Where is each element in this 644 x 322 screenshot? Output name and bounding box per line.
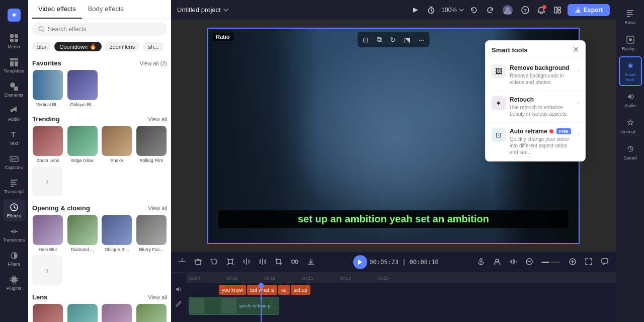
effect-edge-glow[interactable]: Edge Glow <box>67 126 99 163</box>
project-name[interactable]: Untitled project <box>177 6 229 14</box>
filter-tag-sh[interactable]: sh... <box>143 42 164 51</box>
sidebar-item-filters[interactable]: Filters <box>3 248 25 270</box>
canvas-stretch-btn[interactable]: ⬔ <box>401 34 414 45</box>
layout-btn[interactable] <box>551 4 564 16</box>
timeline-crop-btn[interactable] <box>272 256 286 269</box>
undo-btn[interactable] <box>468 4 480 16</box>
effect-shake[interactable]: Shake <box>101 126 133 163</box>
subtitle-chip-3[interactable]: se <box>278 285 290 295</box>
timeline-merge-btn[interactable] <box>288 256 302 269</box>
effects-scroll[interactable]: Favorites View all (2) Vertical Bl... Ob… <box>28 55 171 322</box>
effect-edge-glow2[interactable]: Edge Glow <box>136 304 168 322</box>
sidebar-item-captions[interactable]: Captions <box>3 151 25 173</box>
effect-vert-blur[interactable]: Vertical Bl... <box>32 70 64 107</box>
avatar-btn[interactable] <box>500 3 515 18</box>
more-opening-btn[interactable]: › <box>32 255 62 285</box>
timeline-flip-btn[interactable] <box>256 256 270 269</box>
view-all-opening[interactable]: View all <box>148 205 167 211</box>
timeline-zoom-slider-btn[interactable] <box>538 260 564 265</box>
effect-rolling-film[interactable]: Rolling Film <box>136 126 168 163</box>
rt-item-animate[interactable]: Animat... <box>619 113 642 138</box>
timeline-vol-btn[interactable] <box>174 285 183 295</box>
svg-rect-38 <box>480 259 482 262</box>
effect-smart-sha[interactable]: Smart Sha... <box>101 304 133 322</box>
effect-blurry-foc[interactable]: Blurry Foc... <box>136 215 168 252</box>
timeline-mic-btn[interactable] <box>474 256 488 269</box>
timeline-resize-btn[interactable] <box>223 256 237 269</box>
play-btn[interactable] <box>409 4 421 16</box>
notifications-btn[interactable] <box>535 4 547 16</box>
timeline-cut-btn[interactable] <box>175 256 189 269</box>
rt-item-audio[interactable]: Audio <box>619 87 642 112</box>
timeline-comment-btn[interactable] <box>598 256 612 269</box>
sidebar-item-transcript[interactable]: Transcript <box>3 175 25 197</box>
retouch-arrow-icon: › <box>577 99 579 106</box>
filter-tag-zoom[interactable]: zoom lens <box>105 42 140 51</box>
timeline-download-btn[interactable] <box>304 256 318 269</box>
effect-oblique-bl2[interactable]: Oblique Bl... <box>101 215 133 252</box>
rt-item-smart-tools[interactable]: Smart tools <box>619 56 642 86</box>
sidebar-item-media[interactable]: Media <box>3 30 25 52</box>
sidebar-item-filters-label: Filters <box>8 262 20 267</box>
effect-oblique-bl[interactable]: Oblique Bl... <box>67 70 99 107</box>
timeline-soundwave-btn[interactable] <box>506 256 520 269</box>
rt-item-basic[interactable]: Basic <box>619 4 642 29</box>
rt-item-speed[interactable]: Speed <box>619 139 642 165</box>
view-all-lens[interactable]: View all <box>148 294 167 300</box>
sidebar-item-audio[interactable]: Audio <box>3 103 25 125</box>
search-input[interactable] <box>48 26 161 33</box>
smart-tool-remove-bg[interactable]: 🖼 Remove background Remove backgrounds i… <box>486 59 585 91</box>
effect-sharpen-e[interactable]: Sharpen E... <box>67 304 99 322</box>
export-button[interactable]: Export <box>568 4 610 16</box>
timeline-plus-btn[interactable] <box>566 256 580 269</box>
canvas-crop-btn[interactable]: ⊡ <box>360 34 372 45</box>
sidebar-item-transitions[interactable]: Transitions <box>3 223 25 246</box>
canvas-more-btn[interactable]: ··· <box>416 34 428 45</box>
timeline-minus-btn[interactable] <box>522 256 536 269</box>
redo-btn[interactable] <box>484 4 496 16</box>
timeline-edit-btn[interactable] <box>174 299 183 310</box>
effect-halo-blur[interactable]: Halo Blur <box>32 215 64 252</box>
tab-video-effects[interactable]: Video effects <box>32 0 82 19</box>
sidebar-item-effects[interactable]: Effects <box>3 199 25 221</box>
video-track[interactable]: pixels-todoae-productions-7414127-1080p.… <box>189 297 279 315</box>
view-all-trending[interactable]: View all <box>148 116 167 122</box>
svg-text:T: T <box>11 130 16 139</box>
more-trending-btn[interactable]: › <box>32 166 62 196</box>
timeline-fullscreen-btn[interactable] <box>582 256 596 269</box>
timer-btn[interactable] <box>425 4 437 16</box>
rt-item-background[interactable]: Backg... <box>619 30 642 55</box>
subtitle-chip-1[interactable]: you know <box>219 285 246 295</box>
zoom-control[interactable]: 100% <box>441 7 464 14</box>
timeline-voiceover-btn[interactable] <box>490 256 504 269</box>
smart-tool-retouch[interactable]: ✦ Retouch Use retouch to enhance beauty … <box>486 91 585 123</box>
smart-tool-auto-reframe[interactable]: ⊡ Auto reframe Free Quickly change your … <box>486 123 585 161</box>
filter-tag-blur[interactable]: blur <box>32 42 51 51</box>
svg-rect-45 <box>627 14 633 15</box>
effect-thumb-shake <box>102 126 132 156</box>
sidebar-item-elements[interactable]: Elements <box>3 78 25 101</box>
help-btn[interactable]: ? <box>519 4 531 16</box>
svg-rect-16 <box>11 159 15 160</box>
tab-body-effects[interactable]: Body effects <box>82 0 130 19</box>
subtitle-chip-4[interactable]: set up <box>291 285 310 295</box>
timeline-play-btn[interactable] <box>353 255 367 269</box>
timeline-ruler: 00:00 00:05 00:10 00:15 00:20 00:25 <box>186 273 616 283</box>
timeline-split-btn[interactable] <box>239 256 254 269</box>
timeline-loop-btn[interactable] <box>207 256 221 269</box>
effect-thumb-edge-glow2 <box>136 304 167 322</box>
sidebar-item-templates[interactable]: Templates <box>3 54 25 76</box>
sidebar-item-text[interactable]: T Text <box>3 127 25 149</box>
canvas-flip-btn[interactable]: ⧉ <box>374 34 385 45</box>
effect-diamond[interactable]: Diamond ... <box>67 215 99 252</box>
sidebar-item-plugins[interactable]: Plugins <box>3 272 25 294</box>
smart-tools-close-btn[interactable]: ✕ <box>573 46 579 54</box>
filter-tag-countdown[interactable]: Countdown 🔥 <box>54 42 102 51</box>
timeline-delete-btn[interactable] <box>191 256 205 269</box>
effect-label-edge-glow: Edge Glow <box>71 158 94 163</box>
effect-zoom-lens[interactable]: Zoom Lens <box>32 126 64 163</box>
effect-optical-zo[interactable]: Optical Zo... <box>32 304 64 322</box>
view-all-favorites[interactable]: View all (2) <box>140 60 167 66</box>
section-trending-title: Trending <box>32 115 60 123</box>
canvas-rotate-btn[interactable]: ↻ <box>387 34 399 45</box>
